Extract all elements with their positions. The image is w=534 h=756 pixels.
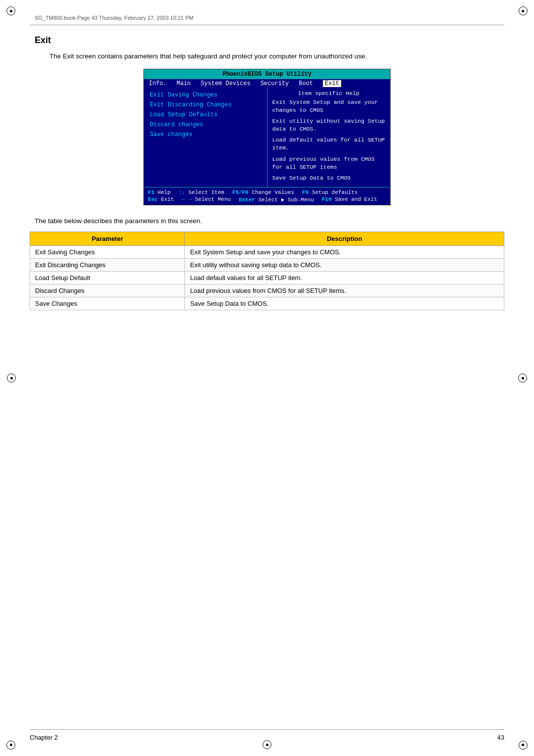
footer-page-number: 43 [497,734,504,741]
key-f5f6: F5/F6 [232,189,249,195]
table-cell-parameter: Exit Discarding Changes [30,258,185,271]
header-divider [30,25,504,25]
page-header: SG_TM800.book Page 43 Thursday, February… [30,15,504,21]
bios-entry-exit-discarding[interactable]: Exit Discarding Changes [149,100,262,110]
bios-help-load-defaults: Load default values for all SETUP item. [272,136,386,152]
bios-menu-bar: Info. Main System Devices Security Boot … [144,79,390,88]
bios-entry-exit-saving[interactable]: Exit Saving Changes [149,90,262,100]
footer-chapter: Chapter 2 [30,734,58,741]
page-footer: Chapter 2 43 [30,729,504,741]
key-f1-label: Help [158,189,171,195]
key-f9-label: Setup defaults [312,189,357,195]
key-f1: F1 [148,189,154,195]
bios-menu-boot[interactable]: Boot [299,80,313,87]
table-cell-parameter: Exit Saving Changes [30,245,185,258]
bios-content: Exit Saving Changes Exit Discarding Chan… [144,88,390,187]
bios-entry-discard-changes[interactable]: Discard changes [149,120,262,130]
corner-mark-tr [515,4,530,19]
table-cell-parameter: Load Setup Default [30,271,185,284]
bios-menu-main[interactable]: Main [177,80,191,87]
table-cell-description: Exit utility without saving setup data t… [185,258,504,271]
bios-empty-area [149,140,262,169]
bios-footer-row1: F1 Help ↑↓ Select Item F5/F6 Change Valu… [148,189,386,196]
key-arrows-label: Select Item [188,189,224,195]
bios-menu-exit[interactable]: Exit [323,80,341,87]
bios-menu-security[interactable]: Security [261,80,289,87]
key-enter-label: Select ▶ Sub-Menu [259,197,314,203]
bios-screenshot: PhoenixBIOS Setup Utility Info. Main Sys… [143,69,391,205]
bios-menu-system-devices[interactable]: System Devices [201,80,251,87]
bios-help-save-changes: Save Setup Data to CMOS [272,174,386,182]
key-lr-arrows-label: Select Menu [195,196,231,202]
table-cell-description: Load default values for all SETUP item. [185,271,504,284]
key-esc: Esc [148,196,158,202]
key-arrows: ↑↓ [178,189,185,195]
key-enter: Enter [239,197,255,203]
param-table: Parameter Description Exit Saving Change… [30,232,504,310]
bios-help-exit-saving: Exit System Setup and save your changes … [272,98,386,114]
table-cell-parameter: Save Changes [30,297,185,310]
table-row: Exit Discarding ChangesExit utility with… [30,258,504,271]
table-row: Exit Saving ChangesExit System Setup and… [30,245,504,258]
intro-text: The Exit screen contains parameters that… [49,52,485,60]
corner-mark-tl [4,4,19,19]
table-header-description: Description [185,232,504,245]
table-header-parameter: Parameter [30,232,185,245]
table-intro: The table below describes the parameters… [35,217,504,225]
bios-entry-load-defaults[interactable]: Load Setup Defaults [149,110,262,120]
corner-mark-br [515,737,530,752]
bios-help-exit-discarding: Exit utility without saving Setup data t… [272,117,386,133]
table-cell-parameter: Discard Changes [30,284,185,297]
key-lr-arrows: ← → [182,196,192,202]
side-mark-right [518,374,527,382]
bios-menu-info[interactable]: Info. [149,80,167,87]
bios-entry-save-changes[interactable]: Save changes [149,130,262,140]
table-cell-description: Exit System Setup and save your changes … [185,245,504,258]
key-f10: F10 [322,196,332,202]
table-cell-description: Save Setup Data to CMOS. [185,297,504,310]
section-title: Exit [35,35,504,46]
table-cell-description: Load previous values from CMOS for all S… [185,284,504,297]
bios-footer-row2: Esc Exit ← → Select Menu Enter Select ▶ … [148,196,386,203]
corner-mark-bl [4,737,19,752]
key-f5f6-label: Change Values [252,189,294,195]
bios-help-discard-changes: Load previous values from CMOS for all S… [272,155,386,171]
bottom-center-mark [263,740,271,749]
table-row: Save ChangesSave Setup Data to CMOS. [30,297,504,310]
bios-title-bar: PhoenixBIOS Setup Utility [144,69,390,79]
table-row: Discard ChangesLoad previous values from… [30,284,504,297]
bios-left-panel: Exit Saving Changes Exit Discarding Chan… [144,88,267,187]
side-mark-left [7,374,16,382]
key-f9: F9 [302,189,309,195]
key-esc-label: Exit [161,196,174,202]
bios-footer: F1 Help ↑↓ Select Item F5/F6 Change Valu… [144,187,390,205]
bios-right-panel: Item specific Help Exit System Setup and… [267,88,391,187]
item-help-label: Item specific Help [272,90,386,96]
page-container: SG_TM800.book Page 43 Thursday, February… [0,0,534,756]
key-f10-label: Save and Exit [335,196,377,202]
table-row: Load Setup DefaultLoad default values fo… [30,271,504,284]
